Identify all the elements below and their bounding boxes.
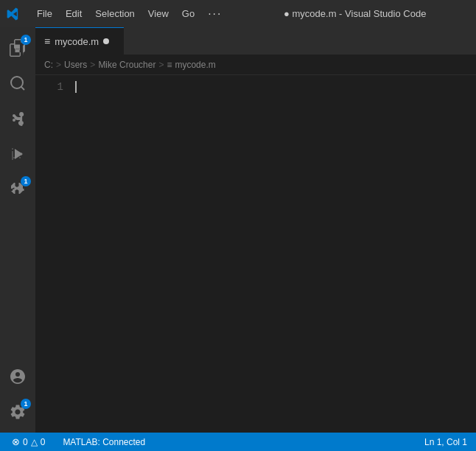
matlab-status-label: MATLAB: Connected — [63, 437, 145, 447]
editor-tab[interactable]: ≡ mycode.m — [35, 27, 124, 55]
breadcrumb-sep2: > — [90, 60, 95, 70]
search-icon — [9, 74, 27, 92]
source-control-icon — [9, 110, 27, 127]
account-icon — [9, 368, 27, 385]
svg-line-1 — [21, 87, 24, 90]
extensions-badge: 1 — [21, 176, 31, 186]
tab-file-icon: ≡ — [44, 35, 50, 47]
warning-count: 0 — [41, 437, 46, 447]
tab-bar: ≡ mycode.m — [35, 27, 476, 55]
menu-bar: File Edit Selection View Go ··· — [31, 4, 228, 24]
activity-item-source-control[interactable] — [0, 101, 35, 136]
code-line-1 — [75, 81, 476, 93]
line-number-1: 1 — [35, 81, 63, 93]
code-area[interactable] — [72, 81, 476, 427]
settings-badge: 1 — [21, 399, 31, 409]
edit-menu[interactable]: Edit — [60, 5, 88, 22]
view-menu[interactable]: View — [142, 5, 175, 22]
run-icon — [9, 145, 27, 163]
more-menu[interactable]: ··· — [202, 4, 228, 24]
editor-area: ≡ mycode.m C: > Users > Mike Croucher > … — [35, 27, 476, 433]
breadcrumb-file[interactable]: mycode.m — [175, 60, 215, 70]
status-position[interactable]: Ln 1, Col 1 — [421, 437, 470, 447]
breadcrumb-sep3: > — [158, 60, 164, 70]
activity-item-extensions[interactable]: 1 — [0, 172, 35, 207]
tab-modified-indicator — [103, 38, 109, 44]
breadcrumb-sep1: > — [56, 60, 61, 70]
activity-bar-bottom: 1 — [0, 359, 35, 430]
status-matlab[interactable]: MATLAB: Connected — [57, 437, 151, 447]
status-errors-warnings[interactable]: ⊗ 0 △ 0 — [6, 436, 51, 447]
svg-point-0 — [11, 77, 23, 88]
text-cursor — [75, 81, 77, 93]
main-layout: 1 1 — [0, 27, 476, 433]
window-title: ● mycode.m - Visual Studio Code — [239, 8, 470, 19]
activity-item-search[interactable] — [0, 66, 35, 101]
status-bar-right: Ln 1, Col 1 — [421, 437, 470, 447]
explorer-badge: 1 — [21, 35, 31, 45]
warning-icon: △ — [31, 437, 38, 447]
status-bar: ⊗ 0 △ 0 MATLAB: Connected Ln 1, Col 1 — [0, 433, 476, 451]
activity-item-settings[interactable]: 1 — [0, 394, 35, 430]
breadcrumb-users[interactable]: Users — [64, 60, 87, 70]
file-menu[interactable]: File — [31, 5, 58, 22]
breadcrumb-user[interactable]: Mike Croucher — [98, 60, 155, 70]
editor-content[interactable]: 1 — [35, 75, 476, 433]
status-bar-left: ⊗ 0 △ 0 MATLAB: Connected — [6, 436, 151, 447]
error-count: 0 — [23, 437, 28, 447]
activity-item-run[interactable] — [0, 136, 35, 172]
tab-label: mycode.m — [55, 36, 99, 47]
breadcrumb-drive[interactable]: C: — [44, 60, 53, 70]
activity-item-explorer[interactable]: 1 — [0, 30, 35, 66]
title-bar: File Edit Selection View Go ··· ● mycode… — [0, 0, 476, 27]
breadcrumb: C: > Users > Mike Croucher > ≡ mycode.m — [35, 55, 476, 75]
go-menu[interactable]: Go — [176, 5, 200, 22]
vscode-logo-icon — [6, 7, 19, 21]
activity-item-account[interactable] — [0, 359, 35, 394]
breadcrumb-file-icon: ≡ — [167, 60, 172, 70]
line-numbers: 1 — [35, 81, 72, 427]
error-icon: ⊗ — [12, 436, 20, 447]
activity-bar: 1 1 — [0, 27, 35, 433]
selection-menu[interactable]: Selection — [89, 5, 140, 22]
